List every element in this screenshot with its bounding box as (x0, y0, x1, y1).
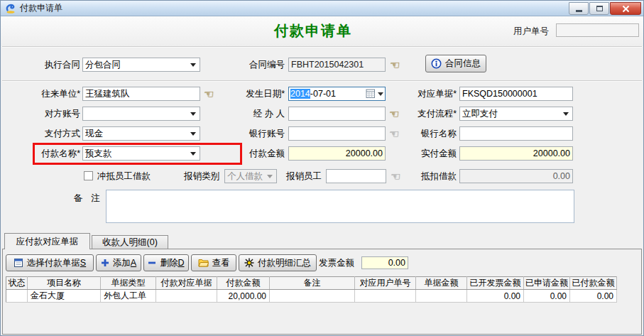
reimburse-type-value: 个人借款 (227, 171, 263, 181)
partner-account-select[interactable] (82, 107, 200, 121)
button-label: 添加A (113, 257, 136, 269)
contract-no-field[interactable]: FBHT2015042301 (288, 58, 386, 72)
pay-name-select[interactable]: 预支款 (82, 146, 200, 161)
chevron-down-icon (378, 92, 383, 96)
pay-method-value: 现金 (85, 129, 103, 139)
close-button[interactable] (610, 2, 641, 15)
pay-method-select[interactable]: 现金 (82, 126, 200, 141)
plus-icon (101, 259, 109, 267)
payment-detail-summary-button[interactable]: 付款明细汇总 (239, 254, 317, 271)
exec-contract-label: 执行合同 (13, 58, 80, 72)
ref-doc-label: 对应单据* (407, 87, 457, 101)
offset-loan-label: 冲抵员工借款 (97, 169, 168, 183)
button-label: 删除D (160, 257, 184, 269)
remark-textarea[interactable] (106, 190, 574, 223)
actual-amount-label: 实付金额 (407, 146, 457, 161)
actual-amount-field[interactable]: 20000.00 (459, 146, 573, 161)
user-order-no-label: 用户单号 (513, 24, 553, 38)
grid-cell: 20,000.00 (217, 290, 270, 303)
column-header[interactable]: 项目名称 (28, 277, 101, 290)
delete-button[interactable]: 删除D (143, 254, 189, 271)
reimburse-emp-label: 报销员工 (285, 169, 322, 183)
contract-info-label: 合同信息 (445, 58, 481, 70)
column-header[interactable]: 付款金额 (217, 277, 270, 290)
exec-contract-value: 分包合同 (85, 60, 121, 70)
exec-contract-select[interactable]: 分包合同 (82, 58, 200, 72)
handler-field[interactable] (288, 107, 386, 121)
bank-name-field[interactable] (459, 126, 573, 141)
column-header[interactable]: 状态 (6, 277, 28, 290)
calendar-icon[interactable] (366, 89, 383, 99)
maximize-icon (596, 6, 603, 11)
column-header[interactable]: 已付款金额 (570, 277, 617, 290)
pay-name-value: 预支款 (85, 148, 112, 158)
pay-amount-field[interactable]: 20000.00 (288, 146, 386, 161)
view-button[interactable]: 查看 (191, 254, 236, 271)
partner-account-label: 对方账号 (13, 107, 80, 121)
add-button[interactable]: 添加A (96, 254, 141, 271)
picker-hand-icon-disabled: ☜ (389, 127, 402, 141)
tab-payable-docs[interactable]: 应付款对应单据 (4, 233, 90, 249)
column-header[interactable]: 付款对应单据 (156, 277, 217, 290)
button-label: 付款明细汇总 (258, 257, 311, 269)
button-label: 选择付款单据S (27, 257, 86, 269)
separator (2, 80, 642, 82)
chevron-down-icon (267, 175, 273, 178)
pay-flow-select[interactable]: 立即支付 (459, 107, 573, 121)
date-year-selected: 2014 (290, 89, 310, 99)
partner-field[interactable]: 王猛建筑队 (82, 87, 200, 101)
user-order-no-field[interactable] (556, 23, 639, 37)
date-rest: -07-01 (310, 89, 336, 99)
bank-account-label: 银行账号 (227, 126, 285, 141)
contract-info-button[interactable]: 合同信息 (425, 55, 486, 72)
chevron-down-icon (190, 63, 196, 67)
folder-icon (198, 259, 209, 267)
deduct-loan-label: 抵扣借款 (407, 169, 457, 183)
invoice-amount-label: 发票金额 (319, 254, 354, 271)
maximize-button[interactable] (589, 2, 609, 15)
remark-label: 备 注 (29, 191, 100, 205)
column-header[interactable]: 单据类型 (101, 277, 156, 290)
date-label: 发生日期* (227, 87, 285, 101)
bank-account-field[interactable] (288, 126, 386, 141)
pay-method-label: 支付方式 (13, 126, 80, 141)
column-header[interactable]: 单据金额 (416, 277, 467, 290)
pay-name-label: 付款名称* (13, 146, 80, 161)
minus-icon (148, 259, 156, 267)
grid-cell: 金石大厦 (28, 290, 101, 303)
reimburse-type-label: 报销类别 (171, 169, 219, 183)
picker-hand-icon-disabled: ☜ (391, 170, 403, 184)
picker-hand-icon[interactable]: ☜ (389, 107, 402, 121)
tab-payee-detail[interactable]: 收款人明细(0) (92, 235, 168, 249)
reimburse-emp-field[interactable] (326, 169, 386, 183)
detail-grid: 状态项目名称单据类型付款对应单据付款金额备注对应用户单号单据金额已开发票金额已申… (6, 276, 617, 303)
ref-doc-field[interactable]: FKSQD150000001 (459, 87, 573, 101)
app-icon (5, 3, 16, 14)
pay-amount-label: 付款金额 (227, 146, 285, 161)
close-icon (622, 5, 630, 13)
chevron-down-icon (563, 112, 569, 116)
column-header[interactable]: 已申请金额 (524, 277, 570, 290)
select-payment-docs-button[interactable]: 选择付款单据S (6, 254, 94, 271)
grid-cell (355, 290, 416, 303)
picker-hand-icon[interactable]: ☜ (390, 58, 403, 72)
grid-row[interactable]: 金石大厦外包人工单20,000.000.000.000.00 (6, 290, 617, 303)
column-header[interactable]: 备注 (270, 277, 355, 290)
grid-cell: 0.00 (467, 290, 524, 303)
column-header[interactable]: 已开发票金额 (467, 277, 524, 290)
button-label: 查看 (212, 257, 230, 269)
pay-flow-label: 支付流程* (407, 107, 457, 121)
grid-cell: 0.00 (570, 290, 617, 303)
picker-hand-icon[interactable]: ☜ (204, 87, 217, 102)
date-field[interactable]: 2014-07-01 (288, 87, 386, 101)
minimize-button[interactable] (569, 2, 589, 15)
grid-cell (416, 290, 467, 303)
grid-cell (270, 290, 355, 303)
column-header[interactable]: 对应用户单号 (355, 277, 416, 290)
offset-loan-checkbox[interactable] (84, 171, 93, 180)
deduct-loan-field: 0.00 (459, 169, 573, 183)
notepad-icon (13, 258, 23, 268)
grid-cell: 0.00 (524, 290, 570, 303)
window: 付款申请单 付款申请单 用户单号 执行合同 分包合同 合同编号 FBHT2015… (0, 0, 644, 336)
grid-cell (6, 290, 28, 303)
